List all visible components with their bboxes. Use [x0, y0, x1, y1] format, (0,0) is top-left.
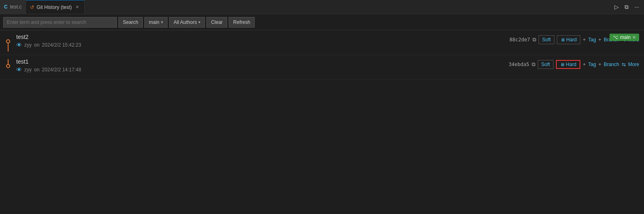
- content-area: Search main ▾ All Authors ▾ Clear Refres…: [0, 14, 644, 214]
- commit-content: test1 👁 zyy on 2024/2/2 14:17:48: [13, 58, 509, 73]
- git-graph-col: [3, 58, 13, 68]
- eye-icon: 👁: [16, 66, 22, 73]
- tab-label: test.c: [10, 4, 22, 10]
- tab-bar-actions: ▷ ⧉ ···: [613, 3, 644, 11]
- tab-close-button[interactable]: ✕: [74, 4, 80, 10]
- run-button[interactable]: ▷: [613, 3, 620, 11]
- table-row: test2 👁 zyy on 2024/2/2 15:42:23 88c2de7…: [0, 30, 644, 55]
- commit-title: test1: [16, 58, 509, 65]
- soft-label: Soft: [542, 37, 551, 43]
- toolbar: Search main ▾ All Authors ▾ Clear Refres…: [0, 14, 644, 30]
- branch-badge: ⌥ main ✕: [610, 34, 639, 41]
- hard-reset-button[interactable]: 🖥 Hard: [557, 35, 580, 44]
- soft-reset-button[interactable]: Soft: [538, 60, 554, 69]
- git-node: [6, 64, 10, 68]
- branch-dropdown-button[interactable]: main ▾: [144, 17, 167, 28]
- add-branch-link[interactable]: Branch: [604, 62, 619, 67]
- branch-plus: +: [599, 37, 601, 43]
- tab-bar: C test.c ↺ Git History (test) ✕ ▷ ⧉ ···: [0, 0, 644, 14]
- commit-actions: 34ebda5 ⧉ Soft 🖥 Hard + Tag + Branch ⇆ M…: [509, 58, 644, 69]
- commit-hash: 88c2de7: [509, 37, 530, 43]
- add-tag-link[interactable]: Tag: [588, 62, 596, 67]
- branch-plus: +: [599, 62, 601, 67]
- hard-label: Hard: [566, 37, 577, 43]
- split-editor-button[interactable]: ⧉: [623, 3, 630, 11]
- commit-date: 2024/2/2 15:42:23: [42, 42, 81, 48]
- copy-hash-icon[interactable]: ⧉: [532, 36, 536, 43]
- soft-label: Soft: [541, 62, 550, 67]
- hard-label: Hard: [566, 62, 576, 67]
- git-history-icon: ↺: [30, 4, 34, 10]
- hard-icon: 🖥: [560, 62, 565, 67]
- copy-hash-icon[interactable]: ⧉: [532, 61, 535, 68]
- commit-author: zyy: [24, 67, 32, 73]
- hard-reset-button-highlighted[interactable]: 🖥 Hard: [556, 60, 580, 69]
- commit-author: zyy: [24, 42, 32, 48]
- git-node: [6, 39, 10, 43]
- add-tag-link[interactable]: Tag: [588, 37, 596, 43]
- eye-icon: 👁: [16, 42, 22, 48]
- more-link[interactable]: More: [628, 62, 639, 67]
- refresh-button[interactable]: Refresh: [229, 17, 255, 28]
- tab-label: Git History (test): [36, 4, 72, 10]
- hard-icon: 🖥: [560, 37, 565, 42]
- tag-plus: +: [583, 37, 586, 43]
- c-file-icon: C: [4, 4, 8, 10]
- commit-hash: 34ebda5: [509, 62, 529, 67]
- tab-test-c[interactable]: C test.c: [0, 0, 26, 14]
- commit-title: test2: [16, 34, 509, 40]
- commit-meta: 👁 zyy on 2024/2/2 14:17:48: [16, 66, 509, 73]
- branch-name: main: [620, 34, 631, 40]
- git-graph-col: [3, 34, 13, 51]
- commit-list: test2 👁 zyy on 2024/2/2 15:42:23 88c2de7…: [0, 30, 644, 214]
- soft-reset-button[interactable]: Soft: [539, 35, 554, 44]
- authors-dropdown-arrow: ▾: [198, 20, 200, 24]
- search-button[interactable]: Search: [118, 17, 143, 28]
- search-input[interactable]: [3, 17, 117, 28]
- tab-git-history[interactable]: ↺ Git History (test) ✕: [26, 0, 85, 14]
- tag-plus: +: [583, 62, 586, 67]
- more-actions-button[interactable]: ···: [633, 3, 641, 11]
- commit-meta: 👁 zyy on 2024/2/2 15:42:23: [16, 42, 509, 48]
- commit-content: test2 👁 zyy on 2024/2/2 15:42:23: [13, 34, 509, 48]
- commit-on: on: [34, 42, 39, 48]
- branch-icon: ⌥: [613, 34, 618, 40]
- branch-dropdown-arrow: ▾: [161, 20, 163, 24]
- git-line-top: [8, 59, 9, 64]
- git-compare-icon: ⇆: [622, 62, 626, 67]
- commit-date: 2024/2/2 14:17:48: [42, 67, 81, 73]
- authors-dropdown-button[interactable]: All Authors ▾: [169, 17, 205, 28]
- clear-button[interactable]: Clear: [206, 17, 227, 28]
- git-line-bottom: [8, 43, 9, 51]
- commit-on: on: [34, 67, 39, 73]
- table-row: test1 👁 zyy on 2024/2/2 14:17:48 34ebda5…: [0, 55, 644, 79]
- branch-badge-close-button[interactable]: ✕: [632, 35, 636, 40]
